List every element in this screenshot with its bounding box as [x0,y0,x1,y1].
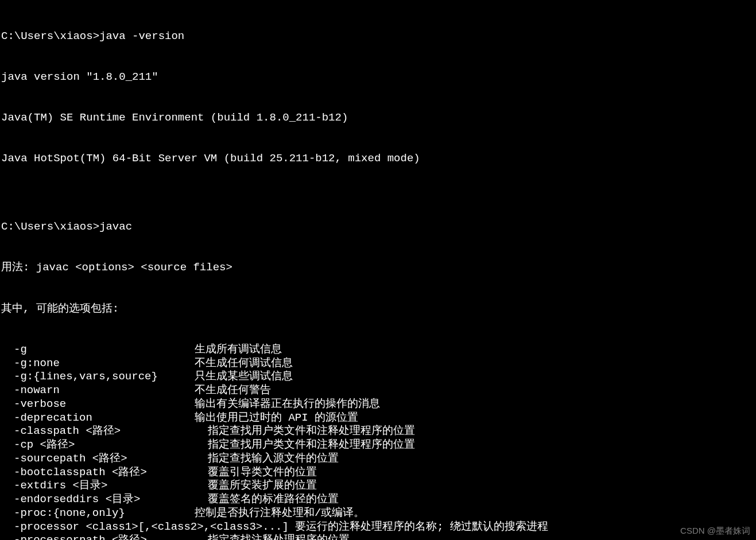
option-description: 指定查找输入源文件的位置 [195,452,339,466]
option-flag: -g [14,343,195,357]
option-description: 覆盖所安装扩展的位置 [195,479,317,493]
option-row: -cp <路径> 指定查找用户类文件和注释处理程序的位置 [1,438,756,452]
option-description: 指定查找用户类文件和注释处理程序的位置 [195,425,415,438]
options-list: -g生成所有调试信息-g:none不生成任何调试信息-g:{lines,vars… [1,343,756,540]
output-line: Java HotSpot(TM) 64-Bit Server VM (build… [1,152,756,166]
option-row: -processor <class1>[,<class2>,<class3>..… [1,520,756,534]
option-description: 输出使用已过时的 API 的源位置 [195,411,358,425]
option-row: -processorpath <路径> 指定查找注释处理程序的位置 [1,534,756,540]
option-description: 生成所有调试信息 [195,343,282,357]
where-line: 其中, 可能的选项包括: [1,302,756,316]
output-line: Java(TM) SE Runtime Environment (build 1… [1,111,756,125]
option-description: 不生成任何调试信息 [195,357,293,371]
option-flag: -processorpath <路径> [14,534,195,540]
option-row: -extdirs <目录> 覆盖所安装扩展的位置 [1,479,756,493]
option-description: 输出有关编译器正在执行的操作的消息 [195,398,380,411]
option-flag: -bootclasspath <路径> [14,466,195,480]
option-flag: -g:{lines,vars,source} [14,370,195,384]
watermark-text: CSDN @墨者姝词 [680,526,750,537]
option-description: 指定查找用户类文件和注释处理程序的位置 [195,438,415,452]
option-row: -sourcepath <路径> 指定查找输入源文件的位置 [1,452,756,466]
option-row: -g生成所有调试信息 [1,343,756,357]
option-flag: -verbose [14,398,195,411]
option-flag: -g:none [14,357,195,371]
option-description: 不生成任何警告 [195,384,271,398]
option-flag: -sourcepath <路径> [14,452,195,466]
option-flag: -nowarn [14,384,195,398]
option-flag: -endorseddirs <目录> [14,493,195,507]
option-description: 覆盖引导类文件的位置 [195,466,317,480]
prompt-line: C:\Users\xiaos>java -version [1,30,756,44]
option-row: -classpath <路径> 指定查找用户类文件和注释处理程序的位置 [1,425,756,438]
option-row: -verbose输出有关编译器正在执行的操作的消息 [1,398,756,411]
option-row: -proc:{none,only}控制是否执行注释处理和/或编译。 [1,507,756,520]
option-flag: -proc:{none,only} [14,507,195,520]
option-row: -deprecation输出使用已过时的 API 的源位置 [1,411,756,425]
terminal-output[interactable]: C:\Users\xiaos>java -version java versio… [1,2,756,540]
option-flag: -extdirs <目录> [14,479,195,493]
option-row: -endorseddirs <目录> 覆盖签名的标准路径的位置 [1,493,756,507]
usage-line: 用法: javac <options> <source files> [1,261,756,275]
output-line: java version "1.8.0_211" [1,71,756,84]
option-row: -g:none不生成任何调试信息 [1,357,756,371]
option-row: -g:{lines,vars,source}只生成某些调试信息 [1,370,756,384]
option-description: 覆盖签名的标准路径的位置 [195,493,339,507]
option-row: -bootclasspath <路径> 覆盖引导类文件的位置 [1,466,756,480]
prompt-line: C:\Users\xiaos>javac [1,220,756,234]
option-flag: -deprecation [14,411,195,425]
option-description: 指定查找注释处理程序的位置 [195,534,350,540]
option-description: 只生成某些调试信息 [195,370,293,384]
option-flag: -cp <路径> [14,438,195,452]
option-flag: -classpath <路径> [14,425,195,438]
option-description: 控制是否执行注释处理和/或编译。 [195,507,365,520]
option-flag: -processor <class1>[,<class2>,<class3>..… [14,520,548,534]
option-row: -nowarn不生成任何警告 [1,384,756,398]
